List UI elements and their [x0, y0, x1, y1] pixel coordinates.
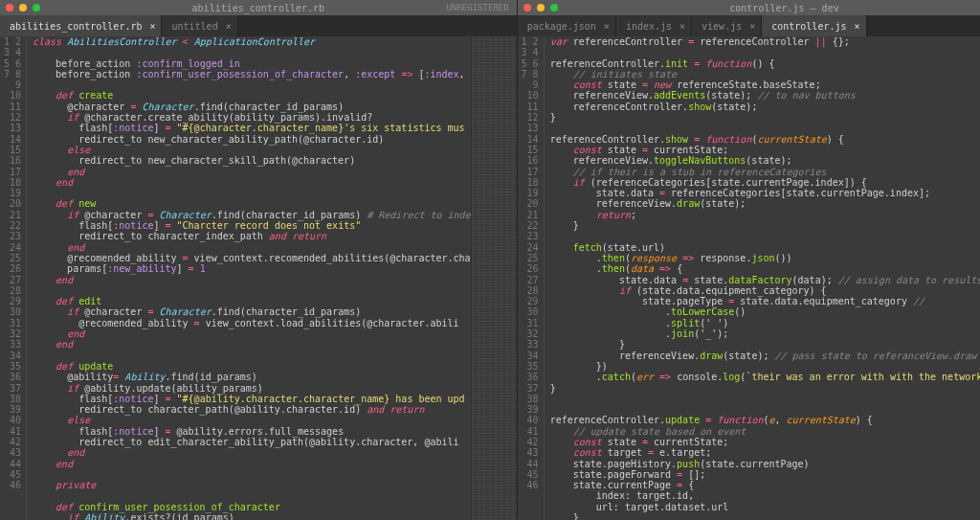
code-line[interactable]: if (state.data.equipment_category) { — [550, 285, 980, 296]
code-line[interactable]: const target = e.target; — [550, 447, 980, 458]
code-line[interactable]: flash[:notice] = @ability.errors.full_me… — [33, 426, 471, 437]
tab-close-icon[interactable]: × — [679, 21, 685, 32]
code-line[interactable]: referenceView.draw(state); // pass state… — [550, 350, 980, 361]
minimize-window-button[interactable] — [19, 4, 27, 11]
code-line[interactable]: }) — [550, 361, 980, 372]
code-line[interactable]: var referenceController = referenceContr… — [550, 36, 980, 47]
code-line[interactable]: } — [550, 112, 980, 123]
code-line[interactable]: end — [33, 275, 471, 285]
code-line[interactable]: class AbilitiesController < ApplicationC… — [33, 36, 471, 47]
left-editor[interactable]: 1 2 3 4 5 6 7 8 9 10 11 12 13 14 15 16 1… — [0, 36, 517, 520]
code-line[interactable]: def new — [33, 198, 471, 209]
minimize-window-button[interactable] — [537, 4, 545, 11]
code-line[interactable]: // if their is a stub in referenceCatego… — [550, 167, 980, 177]
code-line[interactable]: else — [33, 415, 471, 425]
tab-close-icon[interactable]: × — [854, 21, 859, 32]
code-line[interactable]: state.data = referenceCategories[state.c… — [550, 188, 980, 198]
code-line[interactable]: state.pageHistory.push(state.currentPage… — [550, 459, 980, 469]
code-line[interactable]: end — [33, 447, 471, 458]
code-line[interactable]: } — [550, 512, 980, 520]
code-line[interactable]: .toLowerCase() — [550, 306, 980, 317]
code-line[interactable]: def edit — [33, 296, 471, 306]
right-editor[interactable]: 1 2 3 4 5 6 7 8 9 10 11 12 13 14 15 16 1… — [518, 36, 980, 520]
code-line[interactable]: referenceController.show = function(curr… — [550, 134, 980, 145]
tab-close-icon[interactable]: × — [149, 21, 155, 32]
code-line[interactable]: if @character = Character.find(character… — [33, 210, 471, 220]
code-line[interactable]: // update state based on event — [550, 426, 980, 437]
code-line[interactable]: .split(' ') — [550, 318, 980, 328]
code-line[interactable]: if (referenceCategories[state.currentPag… — [550, 177, 980, 188]
code-line[interactable]: state.data = state.dataFactory(data); //… — [550, 275, 980, 285]
code-line[interactable]: @recomended_ability = view_context.recom… — [33, 253, 471, 263]
close-window-button[interactable] — [6, 4, 13, 11]
tab-view-js[interactable]: view.js× — [692, 15, 762, 36]
code-line[interactable]: def confirm_user_posession_of_character — [33, 502, 471, 512]
code-line[interactable]: const state = currentState; — [550, 145, 980, 155]
code-line[interactable]: const state = currentState; — [550, 437, 980, 447]
code-line[interactable]: @character = Character.find(character_id… — [33, 102, 471, 112]
code-line[interactable]: params[:new_ability] = 1 — [33, 263, 471, 274]
code-line[interactable]: // initiates state — [550, 69, 980, 79]
tab-controller-js[interactable]: controller.js× — [762, 15, 866, 36]
left-code[interactable]: class AbilitiesController < ApplicationC… — [27, 36, 471, 520]
code-line[interactable]: referenceController.show(state); — [550, 102, 980, 112]
code-line[interactable]: flash[:notice] = "Charcter record does n… — [33, 220, 471, 231]
maximize-window-button[interactable] — [550, 4, 558, 11]
right-titlebar[interactable]: controller.js — dev UNREGISTERED — [518, 0, 980, 15]
code-line[interactable]: referenceController.init = function() { — [550, 58, 980, 69]
code-line[interactable]: end — [33, 242, 471, 253]
code-line[interactable] — [33, 79, 471, 90]
code-line[interactable] — [550, 394, 980, 404]
code-line[interactable]: def update — [33, 361, 471, 372]
code-line[interactable] — [33, 285, 471, 296]
code-line[interactable]: @recomended_ability = view_context.load_… — [33, 318, 471, 328]
tab-close-icon[interactable]: × — [226, 21, 232, 32]
left-minimap[interactable] — [471, 36, 517, 520]
maximize-window-button[interactable] — [33, 4, 40, 11]
right-code[interactable]: var referenceController = referenceContr… — [545, 36, 980, 520]
code-line[interactable] — [550, 123, 980, 133]
code-line[interactable]: flash[:notice] = "#{@character.character… — [33, 123, 471, 133]
close-window-button[interactable] — [523, 4, 531, 11]
tab-package-json[interactable]: package.json× — [518, 15, 616, 36]
code-line[interactable]: if @ability.update(ability_params) — [33, 383, 471, 394]
code-line[interactable]: index: target.id, — [550, 490, 980, 501]
code-line[interactable]: .join('_'); — [550, 328, 980, 339]
tab-close-icon[interactable]: × — [749, 21, 755, 32]
code-line[interactable] — [33, 47, 471, 57]
code-line[interactable]: return; — [550, 210, 980, 220]
tab-close-icon[interactable]: × — [604, 21, 610, 32]
code-line[interactable]: end — [33, 328, 471, 339]
code-line[interactable]: def create — [33, 90, 471, 101]
code-line[interactable]: referenceController.update = function(e,… — [550, 415, 980, 425]
code-line[interactable]: end — [33, 177, 471, 188]
code-line[interactable]: redirect_to edit_character_ability_path(… — [33, 437, 471, 447]
code-line[interactable]: .then(response => response.json()) — [550, 253, 980, 263]
code-line[interactable]: url: target.dataset.url — [550, 502, 980, 512]
code-line[interactable] — [550, 47, 980, 57]
code-line[interactable] — [550, 404, 980, 415]
code-line[interactable]: if @character = Character.find(character… — [33, 306, 471, 317]
code-line[interactable]: referenceView.toggleNavButtons(state); — [550, 155, 980, 166]
code-line[interactable]: before_action :confirm_logged_in — [33, 58, 471, 69]
tab-index-js[interactable]: index.js× — [616, 15, 692, 36]
code-line[interactable]: state.pageForward = []; — [550, 469, 980, 480]
code-line[interactable]: state.currentPage = { — [550, 480, 980, 490]
code-line[interactable] — [33, 469, 471, 480]
left-titlebar[interactable]: abilities_controller.rb UNREGISTERED — [0, 0, 517, 15]
code-line[interactable]: fetch(state.url) — [550, 242, 980, 253]
code-line[interactable]: .catch(err => console.log(`their was an … — [550, 372, 980, 382]
code-line[interactable] — [33, 350, 471, 361]
code-line[interactable] — [550, 231, 980, 241]
code-line[interactable]: end — [33, 459, 471, 469]
tab-untitled[interactable]: untitled× — [162, 15, 237, 36]
code-line[interactable]: .then(data => { — [550, 263, 980, 274]
code-line[interactable]: end — [33, 339, 471, 350]
code-line[interactable]: if @character.create_ability(ability_par… — [33, 112, 471, 123]
code-line[interactable]: referenceView.draw(state); — [550, 198, 980, 209]
code-line[interactable] — [33, 490, 471, 501]
tab-abilities-controller-rb[interactable]: abilities_controller.rb× — [0, 15, 162, 36]
code-line[interactable]: redirect_to new_character_ability_path(@… — [33, 134, 471, 145]
code-line[interactable]: } — [550, 220, 980, 231]
code-line[interactable]: redirect_to new_character_skill_path(@ch… — [33, 155, 471, 166]
